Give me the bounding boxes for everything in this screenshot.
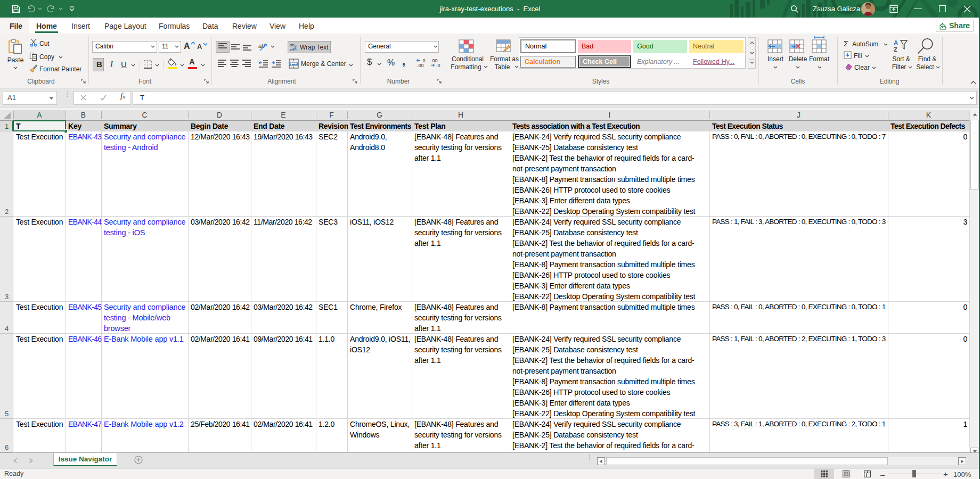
svg-text:ab: ab — [290, 43, 295, 47]
svg-text:A: A — [894, 39, 898, 46]
svg-text:.0: .0 — [436, 63, 440, 68]
svg-text:Z: Z — [894, 46, 897, 53]
svg-text:ab: ab — [258, 43, 265, 49]
svg-text:.00: .00 — [417, 63, 424, 68]
svg-text:c: c — [290, 47, 292, 52]
